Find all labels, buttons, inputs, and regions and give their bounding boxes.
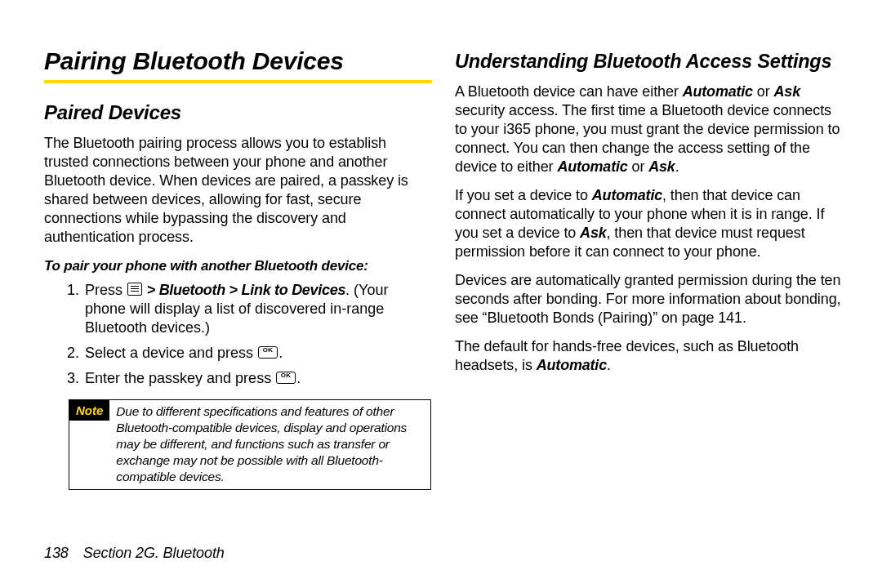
ok-key-icon (258, 346, 278, 359)
menu-key-icon (127, 283, 142, 296)
paragraph-intro: The Bluetooth pairing process allows you… (44, 134, 432, 247)
paragraph-access-1: A Bluetooth device can have either Autom… (455, 82, 843, 176)
note-label: Note (69, 400, 109, 421)
page-title: Pairing Bluetooth Devices (44, 47, 432, 75)
subheading-access-settings: Understanding Bluetooth Access Settings (455, 51, 843, 73)
section-label: Section 2G. Bluetooth (83, 545, 225, 561)
paragraph-access-4: The default for hands-free devices, such… (455, 337, 843, 375)
two-column-layout: Pairing Bluetooth Devices Paired Devices… (44, 47, 843, 490)
page-footer: 138Section 2G. Bluetooth (44, 545, 225, 562)
page-number: 138 (44, 545, 69, 561)
left-column: Pairing Bluetooth Devices Paired Devices… (44, 47, 432, 490)
note-box: Note Due to different specifications and… (69, 399, 431, 490)
step-2: Select a device and press . (83, 344, 432, 363)
paragraph-access-3: Devices are automatically granted permis… (455, 271, 843, 327)
step-1: Press > Bluetooth > Link to Devices. (Yo… (83, 281, 432, 337)
pairing-steps-list: Press > Bluetooth > Link to Devices. (Yo… (44, 281, 432, 388)
title-underline (44, 80, 432, 83)
right-column: Understanding Bluetooth Access Settings … (455, 47, 843, 490)
note-body: Due to different specifications and feat… (109, 400, 430, 489)
step-3: Enter the passkey and press . (83, 369, 432, 388)
manual-page: Pairing Bluetooth Devices Paired Devices… (0, 0, 882, 588)
ok-key-icon (276, 372, 296, 384)
paragraph-access-2: If you set a device to Automatic, then t… (455, 186, 843, 261)
subheading-paired-devices: Paired Devices (44, 101, 432, 124)
instruction-heading: To pair your phone with another Bluetoot… (44, 258, 432, 274)
